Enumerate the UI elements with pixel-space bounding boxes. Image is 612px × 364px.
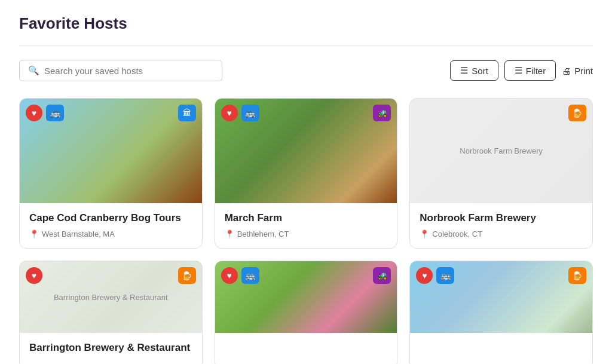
card-image-alt: Norbrook Farm Brewery — [410, 99, 592, 203]
heart-badge[interactable]: ♥ — [416, 267, 433, 284]
card-item[interactable]: ♥🚌🚜March Farm📍Bethlehem, CT — [215, 98, 398, 249]
filter-label: Filter — [526, 66, 546, 76]
pin-icon: 📍 — [225, 230, 234, 238]
cards-grid: ♥🚌🏛Cape Cod Cranberry Bog Tours📍West Bar… — [19, 98, 593, 364]
card-item[interactable]: ♥🚌🚜 — [215, 261, 398, 364]
badge-right: 🍺 — [568, 267, 586, 284]
location-text: Colebrook, CT — [432, 230, 482, 238]
card-body: Norbrook Farm Brewery📍Colebrook, CT — [410, 203, 592, 248]
toolbar: 🔍 ☰ Sort ☰ Filter 🖨 Print — [19, 60, 593, 81]
sort-icon: ☰ — [460, 65, 468, 76]
location-text: Bethlehem, CT — [237, 230, 289, 238]
heart-badge[interactable]: ♥ — [26, 105, 42, 121]
sort-button[interactable]: ☰ Sort — [450, 60, 498, 81]
badge-right: 🍺 — [568, 105, 586, 121]
filter-button[interactable]: ☰ Filter — [504, 60, 556, 81]
card-title: Barrington Brewery & Restaurant — [29, 341, 192, 354]
card-body: Cape Cod Cranberry Bog Tours📍West Barnst… — [20, 203, 202, 248]
search-input[interactable] — [44, 66, 213, 76]
badge-left: 🚌 — [436, 267, 454, 284]
card-image-alt: Barrington Brewery & Restaurant — [20, 261, 202, 333]
badge-right: 🚜 — [373, 267, 391, 284]
pin-icon: 📍 — [29, 230, 39, 238]
card-image: ♥🚌🍺 — [410, 261, 592, 333]
page-title: Favorite Hosts — [19, 14, 593, 33]
badge-right: 🏛 — [178, 105, 196, 121]
card-location: 📍Colebrook, CT — [420, 230, 583, 238]
print-button[interactable]: 🖨 Print — [562, 66, 593, 76]
divider — [19, 45, 593, 45]
card-image: ♥🚌🏛 — [20, 99, 202, 203]
print-label: Print — [574, 66, 593, 76]
card-location: 📍West Barnstable, MA — [29, 230, 192, 238]
card-item[interactable]: ♥🚌🍺 — [409, 261, 593, 364]
sort-label: Sort — [472, 66, 488, 76]
badge-right: 🍺 — [178, 267, 196, 284]
toolbar-buttons: ☰ Sort ☰ Filter 🖨 Print — [450, 60, 593, 81]
badge-left: 🚌 — [241, 105, 259, 121]
card-body: March Farm📍Bethlehem, CT — [215, 203, 397, 248]
card-image: 🍺Norbrook Farm Brewery — [410, 99, 592, 203]
print-icon: 🖨 — [562, 66, 571, 76]
card-title: Norbrook Farm Brewery — [420, 212, 583, 225]
card-title: March Farm — [225, 212, 388, 225]
heart-badge[interactable]: ♥ — [26, 267, 42, 284]
badge-left: 🚌 — [46, 105, 64, 121]
badge-left: 🚌 — [241, 267, 259, 284]
card-item[interactable]: 🍺Norbrook Farm BreweryNorbrook Farm Brew… — [409, 98, 593, 249]
card-location: 📍Bethlehem, CT — [225, 230, 388, 238]
location-text: West Barnstable, MA — [42, 230, 115, 238]
card-item[interactable]: ♥🍺Barrington Brewery & RestaurantBarring… — [19, 261, 203, 364]
pin-icon: 📍 — [420, 230, 429, 238]
card-title: Cape Cod Cranberry Bog Tours — [29, 212, 192, 225]
badge-right: 🚜 — [373, 105, 391, 121]
card-item[interactable]: ♥🚌🏛Cape Cod Cranberry Bog Tours📍West Bar… — [19, 98, 203, 249]
card-image: ♥🚌🚜 — [215, 261, 397, 333]
search-box: 🔍 — [19, 60, 222, 81]
card-image: ♥🍺Barrington Brewery & Restaurant — [20, 261, 202, 333]
filter-icon: ☰ — [515, 65, 522, 76]
heart-badge[interactable]: ♥ — [221, 267, 238, 284]
card-body: Barrington Brewery & Restaurant — [20, 333, 202, 364]
card-image: ♥🚌🚜 — [215, 99, 397, 203]
search-icon: 🔍 — [28, 65, 39, 76]
heart-badge[interactable]: ♥ — [221, 105, 238, 121]
